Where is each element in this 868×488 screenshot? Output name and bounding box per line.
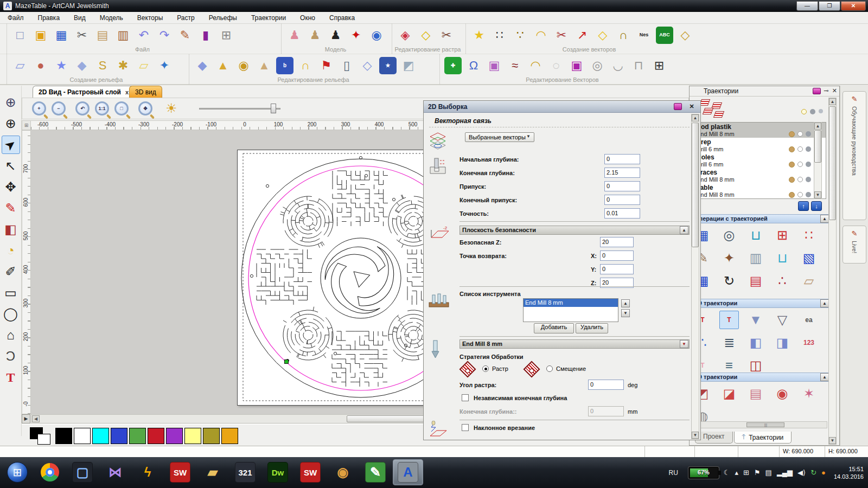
set-model-size-icon[interactable]: ♟ [286, 27, 303, 44]
menu-item-Растр[interactable]: Растр [177, 14, 194, 22]
minimize-button[interactable]: — [796, 1, 818, 11]
taskbar-solidworks-2[interactable]: SW [295, 459, 326, 485]
taskbar-chrome[interactable] [35, 459, 65, 485]
menu-item-Модель[interactable]: Модель [100, 14, 123, 22]
tool-list-item[interactable]: End Mill 8 mm [524, 299, 618, 307]
distort-frame-icon[interactable]: ▣ [486, 57, 503, 74]
toolpath-item[interactable]: Pod plastikEnd Mill 8 mm [694, 123, 826, 138]
bulb-outline-icon[interactable] [801, 109, 807, 114]
nesting-icon[interactable]: Nes [635, 27, 653, 44]
canvas-corner-button[interactable]: ▶ [22, 414, 30, 423]
collapse-section-icon[interactable]: ▲ [820, 373, 829, 381]
section-header-1[interactable]: 2D траектории▲ [692, 299, 831, 308]
panel-tab-Траектории[interactable]: ⍑Траектории [734, 432, 792, 444]
text-table-icon[interactable]: ABC [656, 27, 673, 44]
arc-fit-icon[interactable]: ◠ [527, 57, 544, 74]
help-book-icon[interactable]: ▮ [197, 27, 214, 44]
vector-doctor-x-icon[interactable]: ✂ [553, 27, 570, 44]
waterline-finish-icon[interactable]: ▤ [746, 384, 765, 403]
simulate-toolpath-icon[interactable]: ▧ [799, 249, 819, 267]
tab-2d-view[interactable]: 2D Вид - Растровый слойx [33, 86, 135, 98]
taskbar-start-button[interactable]: ⊞ [2, 459, 33, 485]
taskbar-dreamweaver[interactable]: Dw [263, 459, 293, 485]
open-file-icon[interactable]: ▣ [32, 27, 49, 44]
live-tab[interactable]: ✎ Live! [843, 226, 866, 264]
strategy-radio-Растр[interactable] [482, 365, 489, 372]
transform-vectors[interactable]: ✥ [2, 178, 20, 196]
measure-tape[interactable]: ◔ [2, 241, 20, 260]
wave-distort-icon[interactable]: ≈ [506, 57, 524, 74]
new-file-icon[interactable]: □ [11, 27, 29, 44]
copy-icon[interactable]: ▤ [94, 27, 111, 44]
calculate-toolpath-icon[interactable]: ⊞ [773, 226, 792, 245]
independent-depth-checkbox[interactable] [462, 394, 469, 401]
vector-wizard-icon[interactable]: ★ [470, 27, 488, 44]
palette-swatch[interactable] [184, 428, 201, 444]
shape-editor-icon[interactable]: ▱ [11, 57, 29, 74]
bulb-outline-icon[interactable] [797, 192, 803, 197]
color-dot-icon[interactable] [789, 146, 795, 152]
bulb-gray-icon[interactable] [806, 177, 811, 182]
bulb-gray-icon[interactable] [806, 162, 811, 167]
arc-tool-icon[interactable]: ◠ [532, 27, 550, 44]
vector-doctor-icon[interactable]: ◈ [397, 27, 414, 44]
block-array-icon[interactable]: ∷ [491, 27, 508, 44]
palette-swatch[interactable] [221, 428, 238, 444]
draw-pencil[interactable]: ✎ [2, 199, 20, 217]
remove-tool-button[interactable]: Удалить [576, 323, 608, 333]
machining-order-icon[interactable]: 123 [799, 333, 819, 352]
taskbar-artcam[interactable]: A [393, 459, 423, 485]
create-polygon[interactable]: ⌂ [2, 326, 20, 344]
color-dot-icon[interactable] [789, 131, 795, 137]
toolpath-preview-icon[interactable]: ∴ [773, 272, 792, 290]
palette-swatch[interactable] [55, 428, 72, 444]
smooth-relief-icon[interactable]: ◆ [194, 57, 211, 74]
restore-button[interactable]: ❐ [819, 1, 840, 11]
taskbar-remote-viewer[interactable]: ▢ [67, 459, 98, 485]
emboss-b-icon[interactable]: b [276, 57, 293, 74]
taskbar-winamp[interactable]: ϟ [132, 459, 163, 485]
panel-close-icon[interactable]: ✕ [832, 87, 837, 94]
invert-model-icon[interactable]: ♟ [327, 27, 344, 44]
create-text[interactable]: T [2, 368, 20, 387]
save-file-icon[interactable]: ▦ [53, 27, 70, 44]
zoom-selection[interactable]: □ [114, 101, 129, 115]
expand-tool-section-icon[interactable]: ▼ [680, 340, 688, 348]
bulb-gray-icon[interactable] [806, 131, 811, 137]
erase-relief-icon[interactable]: ◩ [400, 57, 417, 74]
smooth-diamond-icon[interactable]: ◇ [359, 57, 376, 74]
fit-to-box-icon[interactable]: ⊞ [650, 57, 668, 74]
bulb-outline-icon[interactable] [797, 131, 803, 137]
menu-item-Справка[interactable]: Справка [329, 14, 355, 22]
zoom-1to1[interactable]: 1:1 [95, 101, 109, 115]
material-setup-icon[interactable]: ▥ [746, 249, 765, 267]
toolpath-list[interactable]: Pod plastikEnd Mill 8 mmPrepDrill 6 mmHo… [694, 122, 826, 199]
color-dot-icon[interactable] [789, 192, 795, 198]
pin-relief-icon[interactable]: ◉ [235, 57, 252, 74]
menu-item-Векторы[interactable]: Векторы [137, 14, 163, 22]
power-plug-icon[interactable]: ▤ [765, 468, 772, 477]
palette-swatch[interactable] [129, 428, 146, 444]
spin-relief-icon[interactable]: ★ [379, 57, 397, 74]
taskbar-media-player-321[interactable]: 321 [230, 459, 260, 485]
rotate-simulation-icon[interactable]: ↻ [719, 272, 739, 290]
create-rectangle[interactable]: ▭ [2, 284, 20, 302]
bulb-gray-icon[interactable] [810, 109, 815, 114]
texture-relief-icon[interactable]: ✦ [156, 57, 173, 74]
toolpath-drawing-icon[interactable]: ▱ [799, 272, 819, 290]
simulation-block-icon[interactable]: ▤ [746, 272, 765, 290]
render-model-icon[interactable]: ✦ [347, 27, 365, 44]
tool-list-box[interactable]: End Mill 8 mm [523, 298, 618, 322]
clock[interactable]: 15:51 14.03.2016 [831, 465, 864, 480]
alert-badge-icon[interactable]: ● [821, 468, 826, 477]
envelope-warp-icon[interactable]: ▯ [338, 57, 355, 74]
zoom-slider[interactable] [199, 103, 280, 114]
strategy-radio-Смещение[interactable] [546, 365, 553, 372]
pan-view[interactable]: ⊕ [2, 114, 20, 133]
zoom-slider-thumb[interactable] [271, 104, 276, 113]
color-dot-icon[interactable] [789, 162, 795, 168]
feature-machining-icon[interactable]: ✶ [799, 384, 819, 403]
vase-tool-icon[interactable]: Ω [465, 57, 482, 74]
tool-database-icon[interactable]: ✦ [719, 249, 739, 267]
palette-swatch[interactable] [111, 428, 127, 444]
